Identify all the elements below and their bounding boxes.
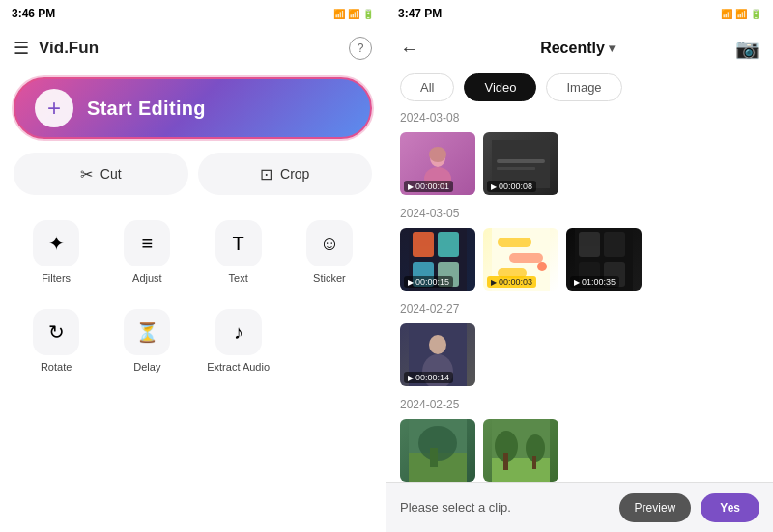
date-label: 2024-03-08 bbox=[400, 111, 759, 125]
start-editing-label: Start Editing bbox=[87, 98, 206, 120]
recently-label: Recently bbox=[540, 40, 605, 57]
status-icons-right: 📶 📶 🔋 bbox=[721, 9, 761, 19]
adjust-label: Adjust bbox=[132, 272, 162, 284]
extract-audio-button[interactable]: ♪ Extract Audio bbox=[196, 299, 281, 382]
features-grid: ✦ Filters ≡ Adjust T Text ☺ Sticker ↻ Ro… bbox=[14, 210, 372, 382]
tabs-row: All Video Image bbox=[386, 70, 773, 111]
rotate-button[interactable]: ↻ Rotate bbox=[14, 299, 99, 382]
media-list: 2024-03-08 ▶ 00:00:01 bbox=[386, 111, 773, 482]
status-time-right: 3:47 PM bbox=[398, 7, 442, 20]
camera-button[interactable]: 📷 bbox=[735, 37, 759, 60]
svg-rect-7 bbox=[413, 232, 434, 257]
svg-point-14 bbox=[537, 262, 547, 271]
date-group-2024-03-08: 2024-03-08 ▶ 00:00:01 bbox=[400, 111, 759, 195]
top-bar-left: ☰ Vid.Fun ? bbox=[0, 27, 386, 70]
cut-button[interactable]: ✂ Cut bbox=[14, 153, 188, 195]
list-item[interactable]: ▶ 00:00:08 bbox=[483, 132, 558, 195]
list-item[interactable] bbox=[400, 419, 475, 482]
list-item[interactable]: ▶ 00:00:03 bbox=[483, 228, 558, 291]
video-play-icon: ▶ bbox=[491, 182, 497, 191]
svg-rect-18 bbox=[604, 232, 625, 257]
yes-button[interactable]: Yes bbox=[701, 493, 759, 522]
tab-video[interactable]: Video bbox=[464, 73, 536, 101]
filters-label: Filters bbox=[42, 272, 71, 284]
plus-circle: + bbox=[35, 89, 73, 127]
right-panel: 3:47 PM 📶 📶 🔋 ← Recently ▾ 📷 All Video I… bbox=[386, 0, 773, 532]
back-button[interactable]: ← bbox=[400, 38, 419, 60]
video-duration: ▶ 00:00:08 bbox=[487, 181, 536, 192]
svg-rect-32 bbox=[503, 453, 508, 470]
thumbnails-row bbox=[400, 419, 759, 482]
extract-audio-icon: ♪ bbox=[215, 309, 262, 355]
crop-button[interactable]: ⊡ Crop bbox=[198, 153, 373, 195]
sticker-label: Sticker bbox=[313, 272, 346, 284]
status-icons-left: 📶 📶 🔋 bbox=[333, 9, 374, 19]
video-duration: ▶ 00:00:03 bbox=[487, 276, 536, 288]
delay-label: Delay bbox=[133, 361, 160, 373]
svg-rect-27 bbox=[430, 448, 438, 467]
thumbnails-row: ▶ 00:00:14 bbox=[400, 323, 759, 386]
rotate-icon: ↻ bbox=[33, 309, 79, 355]
start-editing-button[interactable]: + Start Editing bbox=[14, 77, 372, 139]
video-duration: ▶ 01:00:35 bbox=[570, 276, 619, 288]
tools-row: ✂ Cut ⊡ Crop bbox=[14, 153, 372, 195]
delay-button[interactable]: ⏳ Delay bbox=[104, 299, 189, 382]
svg-rect-12 bbox=[498, 238, 531, 247]
hamburger-menu[interactable]: ☰ bbox=[14, 38, 29, 59]
text-icon: T bbox=[215, 220, 262, 266]
thumbnails-row: ▶ 00:00:01 ▶ 00:00:08 bbox=[400, 132, 759, 195]
list-item[interactable] bbox=[483, 419, 558, 482]
delay-icon: ⏳ bbox=[124, 309, 170, 355]
date-label: 2024-03-05 bbox=[400, 207, 759, 220]
video-play-icon: ▶ bbox=[491, 278, 497, 287]
video-play-icon: ▶ bbox=[408, 374, 414, 382]
video-duration: ▶ 00:00:01 bbox=[404, 181, 453, 192]
thumbnails-row: ▶ 00:00:15 ▶ bbox=[400, 228, 759, 291]
video-duration: ▶ 00:00:14 bbox=[404, 372, 453, 383]
list-item[interactable]: ▶ 01:00:35 bbox=[566, 228, 642, 291]
tab-all[interactable]: All bbox=[400, 73, 454, 101]
video-play-icon: ▶ bbox=[574, 278, 580, 287]
date-label: 2024-02-25 bbox=[400, 398, 759, 411]
status-bar-right: 3:47 PM 📶 📶 🔋 bbox=[386, 0, 773, 27]
status-bar-left: 3:46 PM 📶 📶 🔋 bbox=[0, 0, 386, 27]
sticker-button[interactable]: ☺ Sticker bbox=[287, 210, 372, 294]
right-top-bar: ← Recently ▾ 📷 bbox=[386, 27, 773, 70]
svg-rect-5 bbox=[497, 167, 535, 170]
date-group-2024-02-27: 2024-02-27 ▶ 00:00:14 bbox=[400, 302, 759, 386]
svg-rect-4 bbox=[497, 159, 545, 163]
status-time-left: 3:46 PM bbox=[12, 7, 55, 20]
recently-dropdown[interactable]: Recently ▾ bbox=[540, 40, 615, 57]
video-play-icon: ▶ bbox=[408, 182, 414, 191]
adjust-button[interactable]: ≡ Adjust bbox=[104, 210, 189, 294]
scissors-icon: ✂ bbox=[80, 165, 93, 183]
list-item[interactable]: ▶ 00:00:14 bbox=[400, 323, 475, 386]
help-button[interactable]: ? bbox=[349, 37, 372, 60]
chevron-down-icon: ▾ bbox=[609, 42, 615, 55]
svg-point-22 bbox=[429, 335, 446, 354]
svg-rect-17 bbox=[579, 232, 600, 257]
preview-button[interactable]: Preview bbox=[619, 493, 692, 522]
video-duration: ▶ 00:00:15 bbox=[404, 276, 453, 288]
list-item[interactable]: ▶ 00:00:01 bbox=[400, 132, 475, 195]
tab-image[interactable]: Image bbox=[546, 73, 621, 101]
bottom-bar: Please select a clip. Preview Yes bbox=[386, 482, 773, 532]
svg-point-2 bbox=[429, 147, 446, 162]
adjust-icon: ≡ bbox=[124, 220, 170, 266]
date-group-2024-02-25: 2024-02-25 bbox=[400, 398, 759, 482]
video-play-icon: ▶ bbox=[408, 278, 414, 287]
list-item[interactable]: ▶ 00:00:15 bbox=[400, 228, 475, 291]
date-group-2024-03-05: 2024-03-05 ▶ 00:00:15 bbox=[400, 207, 759, 291]
crop-icon: ⊡ bbox=[260, 165, 272, 183]
select-clip-text: Please select a clip. bbox=[400, 500, 511, 515]
app-title: Vid.Fun bbox=[39, 39, 99, 58]
date-label: 2024-02-27 bbox=[400, 302, 759, 316]
sticker-icon: ☺ bbox=[306, 220, 353, 266]
bottom-actions: Preview Yes bbox=[619, 493, 759, 522]
filters-button[interactable]: ✦ Filters bbox=[14, 210, 99, 294]
text-button[interactable]: T Text bbox=[196, 210, 281, 294]
svg-rect-8 bbox=[438, 232, 459, 257]
svg-rect-29 bbox=[492, 458, 550, 482]
filters-icon: ✦ bbox=[33, 220, 79, 266]
svg-rect-33 bbox=[532, 456, 536, 469]
